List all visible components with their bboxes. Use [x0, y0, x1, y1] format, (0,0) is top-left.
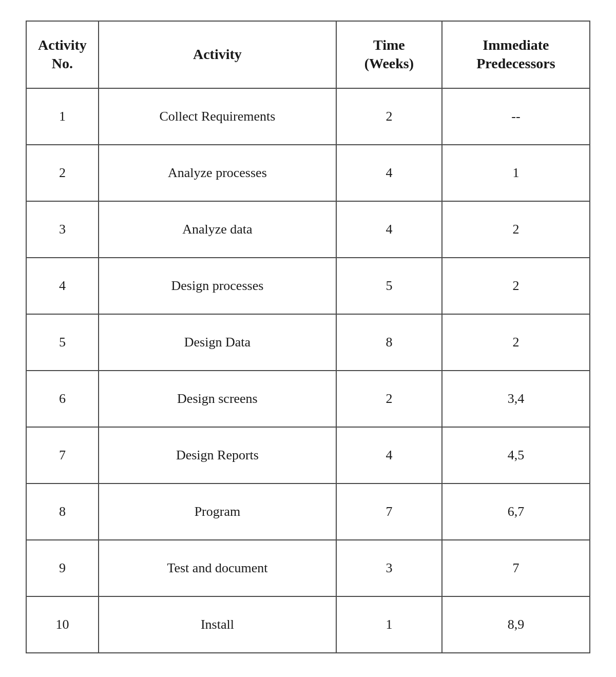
table-row: 5Design Data82: [26, 314, 590, 371]
cell-predecessors: 2: [442, 258, 590, 314]
cell-predecessors: 2: [442, 314, 590, 371]
cell-predecessors: --: [442, 88, 590, 145]
table-row: 6Design screens23,4: [26, 371, 590, 427]
cell-activity: Analyze processes: [99, 145, 336, 201]
cell-time: 5: [336, 258, 442, 314]
table-wrapper: ActivityNo. Activity Time(Weeks) Immedia…: [26, 21, 590, 653]
cell-activity: Design processes: [99, 258, 336, 314]
cell-activity: Test and document: [99, 540, 336, 596]
cell-time: 4: [336, 427, 442, 483]
header-time: Time(Weeks): [336, 21, 442, 88]
cell-no: 3: [26, 201, 99, 258]
cell-predecessors: 3,4: [442, 371, 590, 427]
table-row: 9Test and document37: [26, 540, 590, 596]
header-predecessors: ImmediatePredecessors: [442, 21, 590, 88]
cell-time: 4: [336, 145, 442, 201]
cell-activity: Design screens: [99, 371, 336, 427]
cell-time: 2: [336, 88, 442, 145]
cell-time: 7: [336, 483, 442, 540]
cell-no: 9: [26, 540, 99, 596]
cell-predecessors: 8,9: [442, 596, 590, 653]
table-row: 4Design processes52: [26, 258, 590, 314]
table-row: 8Program76,7: [26, 483, 590, 540]
table-row: 7Design Reports44,5: [26, 427, 590, 483]
table-row: 3Analyze data42: [26, 201, 590, 258]
cell-time: 3: [336, 540, 442, 596]
header-no: ActivityNo.: [26, 21, 99, 88]
cell-predecessors: 6,7: [442, 483, 590, 540]
cell-no: 4: [26, 258, 99, 314]
cell-predecessors: 1: [442, 145, 590, 201]
activity-table: ActivityNo. Activity Time(Weeks) Immedia…: [26, 21, 590, 653]
cell-no: 5: [26, 314, 99, 371]
cell-no: 7: [26, 427, 99, 483]
cell-activity: Analyze data: [99, 201, 336, 258]
cell-predecessors: 4,5: [442, 427, 590, 483]
cell-activity: Install: [99, 596, 336, 653]
cell-time: 1: [336, 596, 442, 653]
cell-activity: Design Data: [99, 314, 336, 371]
cell-no: 10: [26, 596, 99, 653]
cell-time: 2: [336, 371, 442, 427]
cell-no: 2: [26, 145, 99, 201]
cell-activity: Collect Requirements: [99, 88, 336, 145]
cell-activity: Design Reports: [99, 427, 336, 483]
cell-predecessors: 2: [442, 201, 590, 258]
cell-time: 8: [336, 314, 442, 371]
table-row: 2Analyze processes41: [26, 145, 590, 201]
table-header-row: ActivityNo. Activity Time(Weeks) Immedia…: [26, 21, 590, 88]
cell-no: 1: [26, 88, 99, 145]
table-row: 10Install18,9: [26, 596, 590, 653]
cell-time: 4: [336, 201, 442, 258]
cell-no: 8: [26, 483, 99, 540]
cell-no: 6: [26, 371, 99, 427]
cell-predecessors: 7: [442, 540, 590, 596]
cell-activity: Program: [99, 483, 336, 540]
table-row: 1Collect Requirements2--: [26, 88, 590, 145]
header-activity: Activity: [99, 21, 336, 88]
